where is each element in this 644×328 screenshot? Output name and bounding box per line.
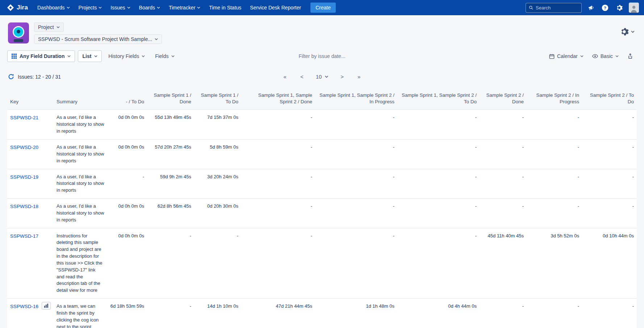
help-button[interactable]: ? [601, 3, 610, 12]
refresh-button[interactable] [8, 74, 14, 80]
report-settings-dropdown[interactable] [619, 27, 635, 37]
nav-item-label: Time in Status [209, 5, 241, 11]
nav-item-time-in-status[interactable]: Time in Status [205, 0, 246, 15]
table-row: SSPWSD-17Instructions for deleting this … [7, 228, 637, 299]
search-input[interactable] [536, 5, 578, 11]
announcements-button[interactable] [587, 3, 595, 12]
field-duration-label: Any Field Duration [20, 53, 64, 59]
jira-logo-icon [7, 4, 14, 12]
issue-summary: As a team, we can finish the sprint by c… [57, 303, 101, 328]
brand-name: Jira [17, 4, 28, 11]
duration-value-cell: - [397, 228, 480, 299]
nav-item-projects[interactable]: Projects [74, 0, 106, 15]
issues-count-label: Issues: 12 - 20 / 31 [18, 74, 61, 80]
duration-value-cell: - [397, 199, 480, 228]
nav-item-label: Dashboards [37, 5, 65, 11]
pagination-first-button[interactable]: « [282, 73, 288, 80]
duration-value-cell: - [480, 169, 527, 199]
duration-value-cell: - [241, 228, 315, 299]
nav-item-label: Service Desk Reporter [250, 5, 301, 11]
issues-table: KeySummary- / To DoSample Sprint 1 / Don… [7, 89, 637, 328]
calendar-label: Calendar [557, 53, 578, 59]
issue-key-link[interactable]: SSPWSD-20 [10, 144, 38, 151]
scope-type-label: Project [38, 24, 54, 30]
column-header: Sample Sprint 1, Sample Sprint 2 / In Pr… [315, 89, 397, 110]
chevron-down-icon [325, 75, 328, 78]
history-fields-dropdown[interactable]: History Fields [105, 51, 149, 62]
refresh-icon [8, 74, 14, 80]
duration-value-cell: - [315, 110, 397, 140]
help-icon: ? [601, 4, 609, 12]
user-avatar[interactable] [629, 3, 639, 13]
duration-value-cell: - [315, 169, 397, 199]
pagination-next-button[interactable]: > [339, 73, 345, 80]
duration-value-cell: - [315, 139, 397, 169]
export-button[interactable] [624, 51, 637, 62]
calendar-icon [549, 54, 555, 59]
pagination-prev-button[interactable]: < [299, 73, 305, 80]
view-type-label: List [82, 53, 91, 59]
project-selector-value: SSPWSD - Scrum Software Project With Sam… [38, 36, 152, 42]
duration-value-cell: - [527, 199, 582, 228]
duration-value-cell: - [241, 110, 315, 140]
duration-value-cell: - [480, 110, 527, 140]
global-search[interactable] [526, 3, 582, 13]
duration-value-cell: - [397, 169, 480, 199]
duration-value-cell: - [582, 139, 637, 169]
table-row: SSPWSD-20As a user, I'd like a historica… [7, 139, 637, 169]
duration-value-cell: 62d 8h 56m 45s [147, 199, 194, 228]
calendar-dropdown[interactable]: Calendar [545, 51, 587, 62]
column-header: Sample Sprint 1 / Done [147, 89, 194, 110]
create-button[interactable]: Create [310, 3, 336, 13]
column-header: Sample Sprint 2 / Done [480, 89, 527, 110]
export-icon [627, 53, 633, 59]
issue-key-link[interactable]: SSPWSD-19 [10, 174, 38, 181]
issue-chart-button[interactable] [42, 302, 51, 310]
duration-value-cell: - [107, 169, 147, 199]
issue-key-link[interactable]: SSPWSD-16 [10, 303, 38, 310]
svg-text:?: ? [604, 5, 606, 10]
gear-icon [615, 4, 623, 12]
duration-value-cell: 0d 0h 0m 0s [107, 110, 147, 140]
duration-value-cell: - [582, 199, 637, 228]
nav-item-timetracker[interactable]: Timetracker [164, 0, 205, 15]
nav-item-label: Boards [139, 5, 155, 11]
issue-summary: As a user, I'd like a historical story t… [57, 174, 104, 193]
nav-item-issues[interactable]: Issues [106, 0, 134, 15]
issue-key-link[interactable]: SSPWSD-17 [10, 233, 38, 240]
table-row: SSPWSD-21As a user, I'd like a historica… [7, 110, 637, 140]
fields-dropdown[interactable]: Fields [151, 51, 178, 62]
fields-label: Fields [155, 53, 168, 59]
view-mode-label: Basic [601, 53, 613, 59]
megaphone-icon [587, 4, 595, 11]
view-type-dropdown[interactable]: List [78, 50, 102, 62]
page-content: Project SSPWSD - Scrum Software Project … [0, 15, 644, 328]
nav-item-dashboards[interactable]: Dashboards [33, 0, 74, 15]
duration-value-cell: - [527, 139, 582, 169]
column-header: Summary [54, 89, 107, 110]
project-selector-dropdown[interactable]: SSPWSD - Scrum Software Project With Sam… [34, 34, 162, 44]
duration-value-cell: 0d 20h 30m 0s [194, 199, 241, 228]
duration-value-cell: - [480, 199, 527, 228]
issue-date-filter-input[interactable] [280, 53, 364, 59]
chevron-down-icon [615, 55, 619, 57]
duration-value-cell: - [315, 228, 397, 299]
duration-value-cell: 59d 9h 2m 45s [147, 169, 194, 199]
pagination-last-button[interactable]: » [356, 73, 362, 80]
nav-item-boards[interactable]: Boards [135, 0, 164, 15]
settings-button[interactable] [615, 3, 624, 12]
issue-key-link[interactable]: SSPWSD-18 [10, 203, 38, 210]
jira-home-link[interactable]: Jira [5, 4, 32, 12]
search-icon [529, 5, 533, 10]
chevron-down-icon [197, 7, 200, 9]
nav-item-service-desk-reporter[interactable]: Service Desk Reporter [246, 0, 305, 15]
duration-value-cell: 0d 0h 0m 0s [107, 228, 147, 299]
duration-value-cell: - [315, 199, 397, 228]
issue-key-link[interactable]: SSPWSD-21 [10, 114, 38, 121]
scope-type-dropdown[interactable]: Project [34, 22, 64, 32]
view-mode-dropdown[interactable]: Basic [589, 51, 622, 62]
grid-icon [12, 54, 17, 59]
field-duration-dropdown[interactable]: Any Field Duration [7, 50, 75, 62]
page-size-dropdown[interactable]: 10 [316, 74, 329, 80]
report-toolbar: Any Field Duration List History Fields F… [0, 47, 644, 66]
